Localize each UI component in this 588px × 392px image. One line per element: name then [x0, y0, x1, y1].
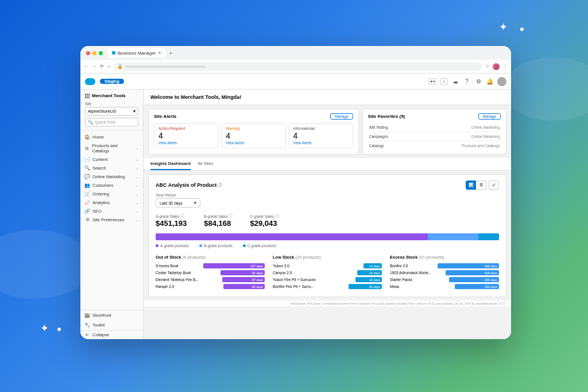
quick-find-input[interactable]: 🔍 Quick Find	[85, 118, 138, 126]
stock-item[interactable]: Ranger 2.085 days	[156, 284, 265, 289]
chevron-down-icon: ⌵	[136, 192, 138, 197]
minimize-window-icon[interactable]	[92, 51, 96, 55]
bookmark-icon[interactable]: ☆	[485, 64, 489, 69]
favorite-row[interactable]: A/B TestingOnline Marketing	[368, 123, 501, 132]
sidebar-item-site-preferences[interactable]: ⚙Site Preferences⌵	[80, 216, 143, 224]
stock-product-name: S'mores Bowl	[156, 264, 200, 268]
chevron-down-icon: ⌵	[136, 146, 138, 151]
home-button[interactable]: ⌂	[107, 64, 110, 69]
view-alerts-link[interactable]: View Alerts	[226, 141, 281, 145]
collapse-sidebar[interactable]: ⇤ Collapse	[80, 330, 143, 339]
stock-item[interactable]: Bonfire 2.0366 days	[390, 263, 499, 268]
manage-alerts-button[interactable]: Manage	[330, 113, 353, 120]
browser-profile-avatar[interactable]	[493, 63, 500, 70]
tab-favicon	[112, 51, 115, 55]
sidebar-item-seo[interactable]: 🔗SEO⌵	[80, 207, 143, 216]
chevron-down-icon: ⌵	[136, 209, 138, 214]
alert-count: 4	[293, 131, 349, 140]
stock-column-out-of-stock: Out of Stock (6 products)S'mores Bowl127…	[156, 255, 265, 291]
browser-toolbar: ← → ⟳ ⌂ 🔒 ☆ ⋮	[80, 60, 511, 74]
help-icon[interactable]: ?	[463, 78, 471, 86]
url-text	[125, 66, 206, 68]
back-button[interactable]: ←	[84, 64, 88, 69]
info-icon[interactable]: ⓘ	[275, 213, 279, 219]
stock-item[interactable]: Element Tabletop Fire B...87 days	[156, 277, 265, 282]
stock-days-bar: 11 days	[363, 263, 382, 268]
nav-icon: 🛒	[85, 191, 90, 197]
notifications-icon[interactable]: 🔔	[486, 78, 494, 86]
favorite-row[interactable]: CatalogsProducts and Catalogs	[368, 141, 501, 150]
stock-product-name: Mesa	[390, 285, 435, 289]
stock-item[interactable]: Yukon 2.011 days	[273, 263, 382, 268]
stock-item[interactable]: Mesa263 days	[390, 284, 499, 289]
stock-item[interactable]: S'mores Bowl127 days	[156, 263, 265, 268]
settings-icon[interactable]: ⚙	[474, 78, 482, 86]
sidebar-item-home[interactable]: 🏠Home	[80, 133, 143, 141]
stock-column-low-stock: Low Stock (15 products)Yukon 2.011 daysC…	[273, 255, 382, 291]
card-title: Site Favorites (9)	[368, 114, 405, 119]
sidebar-item-content[interactable]: 📄Content⌵	[80, 155, 143, 164]
sidebar-item-search[interactable]: 🔍Search⌵	[80, 164, 143, 172]
stock-column-excess-stock: Excess Stock (21 products)Bonfire 2.0366…	[390, 255, 499, 291]
expand-button[interactable]: ⤢	[489, 180, 499, 190]
cloud-icon[interactable]: ☁	[451, 78, 459, 86]
sidebar-item-storefront[interactable]: 🏬Storefront	[80, 310, 143, 320]
forward-button[interactable]: →	[92, 64, 96, 69]
manage-favorites-button[interactable]: Manage	[478, 113, 501, 120]
apps-grid-icon[interactable]	[85, 94, 90, 98]
browser-tab-strip: Business Manager × ＋	[80, 46, 511, 60]
address-bar[interactable]: 🔒	[114, 63, 482, 71]
maximize-window-icon[interactable]	[99, 51, 103, 55]
favorite-row[interactable]: CampaignsOnline Marketing	[368, 132, 501, 141]
sidebar-item-customers[interactable]: 👥Customers⌵	[80, 181, 143, 190]
alert-count: 4	[158, 131, 214, 140]
stock-item[interactable]: Bonfire Fire Pit + Surro...20 days	[273, 284, 382, 289]
stock-item[interactable]: Starter Packs296 days	[390, 277, 499, 282]
view-alerts-link[interactable]: View Alerts	[293, 141, 349, 145]
alert-box-info: Informational4View Alerts	[289, 123, 353, 148]
tab-insights-dashboard[interactable]: Insights Dashboard	[150, 158, 191, 170]
view-alerts-link[interactable]: View Alerts	[158, 141, 214, 145]
sidebar-item-online-marketing[interactable]: 💬Online Marketing⌵	[80, 172, 143, 181]
info-icon[interactable]: ⓘ	[229, 213, 233, 219]
stock-product-name: Element Tabletop Fire B...	[156, 278, 200, 282]
sidebar-item-toolkit[interactable]: 🔧Toolkit	[80, 320, 143, 330]
stock-item[interactable]: 1903 Adirondack Mode...318 days	[390, 270, 499, 275]
table-view-button[interactable]: ☰	[476, 180, 486, 190]
browser-tab[interactable]: Business Manager ×	[107, 48, 166, 57]
sidebar-item-analytics[interactable]: 📈Analytics⌵	[80, 198, 143, 207]
collapse-icon: ⇤	[85, 332, 90, 337]
browser-menu-icon[interactable]: ⋮	[503, 64, 508, 69]
new-tab-button[interactable]: ＋	[168, 49, 173, 57]
site-selector[interactable]: AlpineStoreUS ▾	[85, 107, 138, 116]
add-icon[interactable]: ＋	[440, 78, 448, 85]
stock-item[interactable]: Cinder Tabletop Bowl92 days	[156, 270, 265, 275]
alert-label: Warning	[226, 126, 281, 130]
chevron-down-icon: ⌵	[136, 183, 138, 188]
search-icon: 🔍	[88, 120, 93, 125]
alert-count: 4	[226, 131, 281, 140]
chart-view-button[interactable]: 📊	[466, 180, 476, 190]
info-icon[interactable]: ⓘ	[218, 182, 222, 188]
tab-all-sites[interactable]: All Sites	[198, 158, 213, 170]
reload-button[interactable]: ⟳	[100, 64, 104, 69]
stock-days-bar: 92 days	[220, 270, 265, 275]
favorites-icon[interactable]: ★▾	[428, 78, 436, 85]
legend-item: B-grade products	[199, 244, 233, 248]
sidebar-item-products-and-catalogs[interactable]: ⊞Products and Catalogs⌵	[80, 141, 143, 155]
welcome-heading: Welcome to Merchant Tools, Mingda!	[144, 90, 511, 105]
tab-title: Business Manager	[118, 51, 156, 56]
stock-item[interactable]: Canyon 2.015 days	[273, 270, 382, 275]
stock-days-bar: 85 days	[223, 284, 265, 289]
close-tab-icon[interactable]: ×	[158, 50, 161, 56]
info-icon[interactable]: ⓘ	[180, 213, 184, 219]
stock-item[interactable]: Yukon Fire Pit + Surround16 days	[273, 277, 382, 282]
nav-icon: 📈	[85, 200, 90, 205]
user-avatar[interactable]	[497, 77, 506, 86]
time-period-select[interactable]: Last 30 days ▾	[156, 198, 200, 207]
nav-icon: 🏬	[85, 313, 90, 318]
close-window-icon[interactable]	[86, 51, 90, 55]
lock-icon: 🔒	[117, 64, 123, 69]
sidebar-item-ordering[interactable]: 🛒Ordering⌵	[80, 190, 143, 198]
stock-product-name: Starter Packs	[390, 278, 435, 282]
